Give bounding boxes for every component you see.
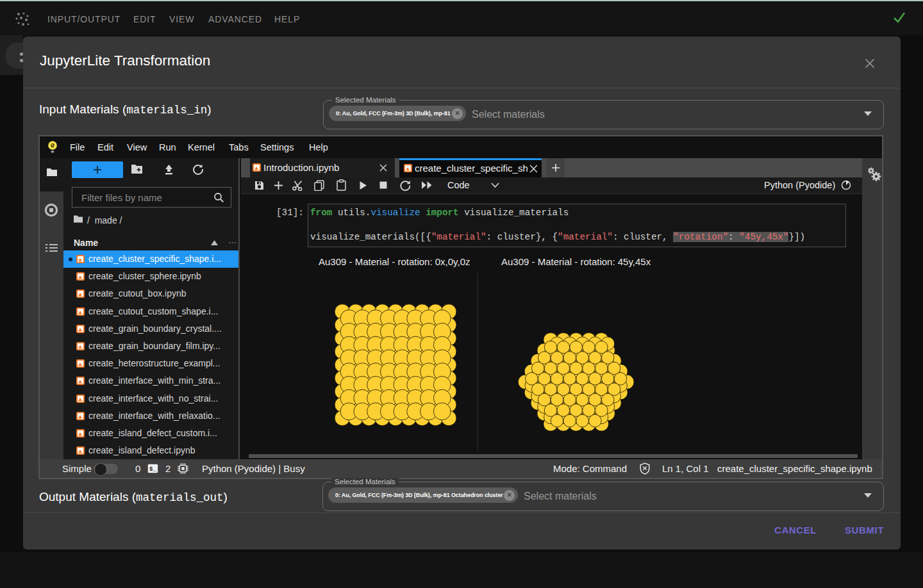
svg-text:$_: $_ (149, 466, 156, 473)
